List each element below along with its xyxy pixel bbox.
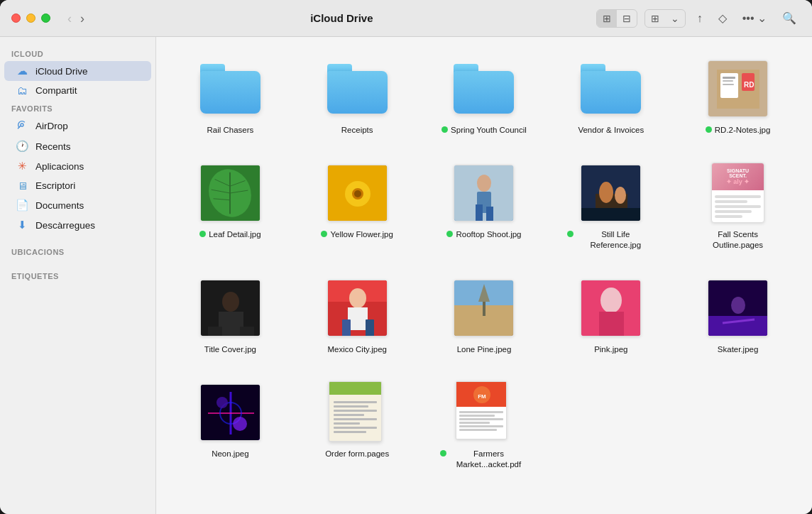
rooftop-image — [454, 165, 513, 221]
sync-dot-spring-youth-council — [441, 126, 448, 133]
file-name-rooftop-wrapper: Rooftop Shoot.jpg — [446, 229, 521, 240]
forward-button[interactable]: › — [77, 9, 87, 28]
etiquetes-section-header: Etiquetes — [0, 268, 155, 283]
file-item-vendor-invoices[interactable]: Vendor & Invoices — [551, 51, 671, 141]
file-name-leaf-wrapper: Leaf Detail.jpg — [199, 229, 261, 240]
svg-point-27 — [599, 182, 613, 203]
escriptori-icon: 🖥 — [16, 180, 28, 192]
sync-dot-leaf — [199, 231, 206, 237]
file-item-yellow-flower[interactable]: Yellow Flower.jpg — [297, 155, 417, 256]
file-item-order-form[interactable]: Order form.pages — [297, 375, 417, 476]
svg-rect-24 — [486, 207, 493, 222]
still-life-image — [581, 165, 640, 221]
thumb-skater — [706, 276, 770, 340]
file-name-lone-pine: Lone Pine.jpeg — [457, 344, 512, 355]
skater-image — [708, 280, 767, 336]
thumb-rd2-notes: RD — [706, 57, 770, 121]
toolbar-right: ⊞ ⊟ ⊞ ⌄ ↑ ◇ ••• ⌄ 🔍 — [596, 9, 801, 28]
svg-rect-23 — [476, 204, 483, 222]
pdf-content — [456, 407, 506, 435]
sidebar-item-descarregues[interactable]: ⬇ Descàrregues — [4, 215, 151, 235]
file-name-rd2-wrapper: RD.2-Notes.jpg — [706, 125, 771, 136]
descarregues-label: Descàrregues — [35, 220, 95, 231]
neon-image — [201, 385, 260, 440]
maximize-button[interactable] — [41, 13, 50, 23]
file-item-lone-pine[interactable]: Lone Pine.jpeg — [424, 270, 544, 361]
escriptori-label: Escriptori — [35, 180, 75, 191]
sidebar-item-documents[interactable]: 📄 Documents — [4, 195, 151, 215]
file-item-rooftop-shoot[interactable]: Rooftop Shoot.jpg — [424, 155, 544, 256]
sidebar-item-airdrop[interactable]: AirDrop — [4, 116, 151, 136]
file-item-skater[interactable]: Skater.jpeg — [678, 270, 798, 361]
search-button[interactable]: 🔍 — [778, 9, 801, 28]
tag-button[interactable]: ◇ — [714, 9, 731, 28]
sidebar-item-escriptori[interactable]: 🖥 Escriptori — [4, 176, 151, 195]
sidebar-item-aplicacions[interactable]: ✳ Aplicacions — [4, 156, 151, 176]
file-item-rd2-notes[interactable]: RD RD.2-Notes.jpg — [678, 51, 798, 141]
file-item-still-life[interactable]: Still Life Reference.jpg — [551, 155, 671, 256]
sidebar-item-recents[interactable]: 🕐 Recents — [4, 136, 151, 156]
back-button[interactable]: ‹ — [65, 9, 75, 28]
svg-point-57 — [233, 417, 247, 431]
file-item-spring-youth-council[interactable]: Spring Youth Council — [424, 51, 544, 141]
file-name-spring-youth-council: Spring Youth Council — [451, 125, 527, 136]
documents-label: Documents — [35, 200, 84, 211]
minimize-button[interactable] — [26, 13, 35, 23]
file-item-rail-chasers[interactable]: Rail Chasers — [170, 51, 290, 141]
gallery-view-button[interactable]: ⊞ — [645, 10, 665, 27]
file-name-farmers: Farmers Market...acket.pdf — [449, 449, 527, 470]
file-name-neon: Neon.jpeg — [212, 449, 248, 459]
sync-dot-rd2 — [706, 126, 712, 133]
svg-rect-3 — [723, 77, 735, 79]
svg-text:RD: RD — [744, 81, 754, 89]
airdrop-label: AirDrop — [35, 121, 68, 131]
thumb-lone-pine — [452, 276, 516, 340]
file-item-fall-scents[interactable]: SIGNATUSCENT.✦ aly ✦ Fall Scents Out — [678, 155, 798, 256]
file-item-neon[interactable]: Neon.jpeg — [170, 375, 290, 476]
file-name-pink: Pink.jpeg — [594, 344, 627, 355]
thumb-farmers-market: FM — [452, 381, 516, 444]
file-item-farmers-market[interactable]: FM — [424, 375, 544, 476]
file-item-title-cover[interactable]: Title Cover.jpg — [170, 270, 290, 361]
file-item-receipts[interactable]: Receipts — [297, 51, 417, 141]
rd2-image: RD — [708, 61, 767, 116]
svg-point-0 — [21, 124, 23, 126]
svg-rect-5 — [723, 84, 734, 85]
svg-rect-49 — [708, 316, 768, 337]
svg-rect-34 — [240, 327, 254, 337]
compartit-icon: 🗂 — [16, 84, 28, 97]
icloud-drive-icon: ☁ — [16, 65, 28, 77]
svg-point-31 — [222, 292, 239, 312]
share-button[interactable]: ↑ — [693, 9, 707, 28]
sidebar-item-compartit[interactable]: 🗂 Compartit — [4, 81, 151, 100]
recents-label: Recents — [35, 141, 71, 152]
flower-image — [328, 165, 387, 221]
file-name-farmers-wrapper: Farmers Market...acket.pdf — [440, 449, 527, 470]
svg-rect-38 — [348, 307, 368, 330]
svg-point-21 — [477, 175, 491, 192]
folder-thumbnail-receipts — [325, 57, 389, 121]
file-name-still-wrapper: Still Life Reference.jpg — [567, 229, 654, 251]
gallery-dropdown-button[interactable]: ⌄ — [665, 10, 685, 27]
svg-rect-32 — [219, 312, 243, 337]
pdf-header-bg: FM — [456, 382, 506, 407]
svg-rect-29 — [581, 208, 641, 222]
sidebar-item-icloud-drive[interactable]: ☁ iCloud Drive — [4, 61, 151, 81]
lone-pine-image — [454, 280, 513, 336]
close-button[interactable] — [11, 13, 21, 23]
list-view-button[interactable]: ⊟ — [617, 10, 637, 27]
aplicacions-label: Aplicacions — [35, 161, 84, 172]
airdrop-icon — [16, 119, 28, 133]
file-item-pink[interactable]: Pink.jpeg — [551, 270, 671, 361]
svg-point-46 — [600, 288, 622, 313]
ubicacions-section-header: Ubicacions — [0, 244, 155, 259]
file-item-mexico-city[interactable]: Mexico City.jpeg — [297, 270, 417, 361]
titlebar: ‹ › iCloud Drive ⊞ ⊟ ⊞ ⌄ ↑ ◇ ••• ⌄ 🔍 — [0, 0, 812, 37]
more-button[interactable]: ••• ⌄ — [738, 9, 771, 28]
thumb-still-life — [579, 161, 643, 225]
fall-scents-pages-thumb: SIGNATUSCENT.✦ aly ✦ — [711, 163, 764, 223]
file-item-leaf-detail[interactable]: Leaf Detail.jpg — [170, 155, 290, 256]
file-name-order-form: Order form.pages — [325, 449, 389, 459]
icon-view-button[interactable]: ⊞ — [597, 10, 617, 27]
svg-rect-44 — [483, 302, 485, 316]
